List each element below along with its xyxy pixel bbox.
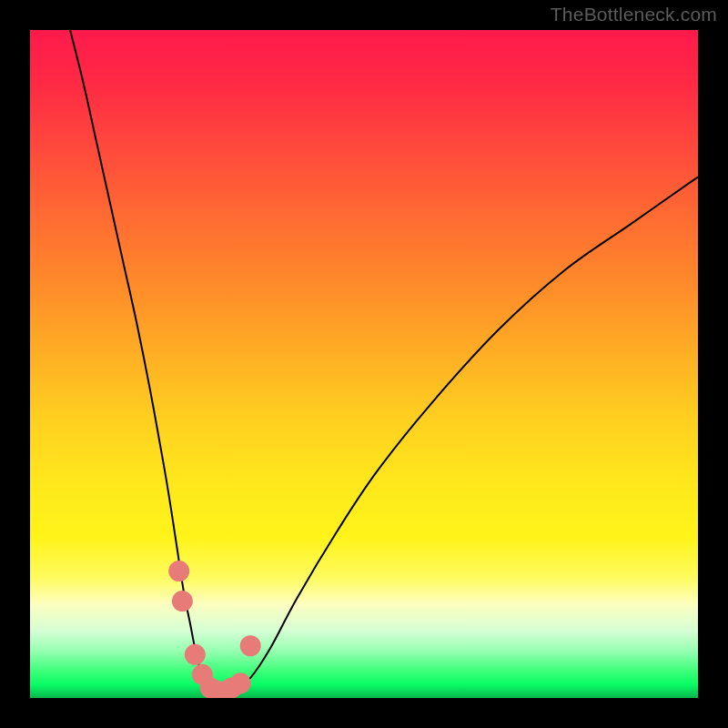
bottleneck-curve <box>30 30 698 698</box>
outer-frame: TheBottleneck.com <box>0 0 728 728</box>
data-point-marker <box>168 561 189 581</box>
data-point-marker <box>172 591 193 612</box>
data-point-marker <box>240 635 261 656</box>
data-point-marker <box>230 672 251 693</box>
plot-area <box>30 30 698 698</box>
data-point-marker <box>185 644 206 665</box>
watermark-label: TheBottleneck.com <box>551 4 717 25</box>
